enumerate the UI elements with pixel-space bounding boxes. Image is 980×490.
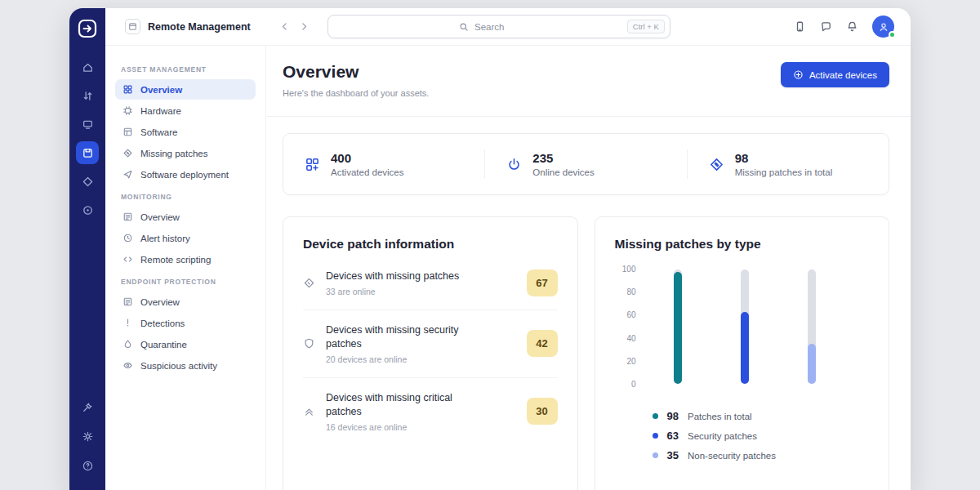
stat-activated-devices: 400 Activated devices — [283, 149, 484, 179]
alert-history-icon — [122, 233, 133, 243]
patch-diamond-icon — [709, 157, 724, 172]
patch-count-badge: 42 — [527, 330, 558, 357]
transfer-icon[interactable] — [76, 84, 99, 107]
sidebar-item-software[interactable]: Software — [115, 122, 256, 142]
sidebar-item-suspicious-activity[interactable]: Suspicious activity — [115, 355, 256, 376]
legend-dot — [653, 433, 658, 439]
patch-item-text: Devices with missing security patches 20… — [326, 323, 516, 364]
sidebar-item-remote-scripting[interactable]: Remote scripting — [115, 249, 256, 270]
page-title: Overview — [283, 62, 429, 82]
app-window: Remote Management Search Ctrl + K — [69, 8, 911, 490]
legend-row-security: 63 Security patches — [653, 430, 870, 442]
rail-nav — [76, 56, 99, 221]
package-icon — [122, 127, 133, 137]
sidebar-item-label: Overview — [140, 297, 180, 307]
bar-chart: 100806040200 — [615, 270, 870, 389]
patch-item-subtitle: 16 devices are online — [326, 422, 511, 432]
detections-icon — [122, 318, 133, 328]
bar-track-0 — [674, 270, 682, 384]
content-row: ASSET MANAGEMENT Overview Hardware Softw… — [105, 46, 911, 490]
sidebar: ASSET MANAGEMENT Overview Hardware Softw… — [105, 46, 266, 490]
y-tick: 60 — [626, 310, 635, 319]
app-logo — [77, 18, 98, 39]
bell-icon[interactable] — [846, 20, 858, 33]
sidebar-item-label: Detections — [140, 318, 185, 328]
cards-row: Device patch information Devices with mi… — [283, 216, 889, 490]
patch-sticker-icon — [303, 277, 315, 289]
y-tick: 20 — [626, 357, 635, 366]
bar-chart-plot — [674, 270, 816, 384]
sidebar-item-label: Software — [140, 127, 177, 137]
grid-icon — [122, 84, 133, 95]
bar-1 — [741, 312, 749, 384]
search-placeholder: Search — [474, 22, 504, 32]
sidebar-item-software-deployment[interactable]: Software deployment — [115, 164, 256, 185]
tag-icon[interactable] — [76, 170, 99, 193]
patch-item-subtitle: 33 are online — [326, 287, 511, 296]
home-icon[interactable] — [76, 56, 99, 78]
legend-value: 63 — [667, 430, 679, 442]
legend-value: 98 — [667, 410, 679, 422]
chart-y-axis: 100806040200 — [615, 265, 636, 389]
activate-devices-button[interactable]: Activate devices — [781, 62, 889, 87]
legend-dot — [653, 413, 658, 419]
plus-circle-icon — [793, 69, 804, 80]
back-icon[interactable] — [275, 17, 295, 37]
sidebar-item-label: Missing patches — [140, 149, 207, 158]
sidebar-item-overview-endpoint[interactable]: Overview — [115, 292, 256, 312]
search-icon — [459, 22, 469, 32]
sidebar-item-overview-monitoring[interactable]: Overview — [115, 207, 256, 227]
devices-icon[interactable] — [76, 141, 99, 164]
header-text: Overview Here's the dashboard of your as… — [283, 62, 429, 98]
stat-value: 235 — [532, 151, 594, 165]
activate-devices-label: Activate devices — [809, 70, 877, 80]
monitor-icon[interactable] — [76, 113, 99, 136]
patch-item-title: Devices with missing critical patches — [326, 391, 481, 419]
sidebar-item-quarantine[interactable]: Quarantine — [115, 334, 256, 354]
header-divider — [266, 116, 911, 117]
bar-0 — [674, 272, 682, 384]
legend-label: Patches in total — [688, 412, 752, 421]
chat-icon[interactable] — [820, 20, 832, 33]
online-status-dot — [889, 31, 896, 38]
section-label-monitoring: MONITORING — [121, 193, 250, 201]
sidebar-item-label: Alert history — [140, 234, 190, 243]
search-input[interactable]: Search Ctrl + K — [327, 15, 670, 38]
topbar-actions — [794, 16, 894, 38]
patch-icon — [122, 148, 133, 158]
y-tick: 100 — [622, 265, 636, 274]
patch-count-badge: 30 — [527, 398, 558, 425]
patch-item-critical: Devices with missing critical patches 16… — [303, 378, 558, 445]
sidebar-item-overview-assets[interactable]: Overview — [115, 79, 256, 100]
sidebar-item-alert-history[interactable]: Alert history — [115, 228, 256, 248]
sidebar-item-detections[interactable]: Detections — [115, 313, 256, 333]
patch-item-subtitle: 20 devices are online — [326, 354, 511, 364]
list-icon — [122, 296, 133, 307]
gear-icon[interactable] — [76, 425, 99, 448]
search-placeholder-wrap: Search — [336, 22, 627, 32]
missing-patches-chart-card: Missing patches by type 100806040200 98 … — [595, 216, 890, 490]
patch-item-security: Devices with missing security patches 20… — [303, 310, 558, 378]
patch-item-title: Devices with missing security patches — [326, 323, 481, 351]
tools-icon[interactable] — [76, 395, 99, 418]
quarantine-icon — [122, 339, 133, 350]
device-status-icon[interactable] — [794, 20, 806, 33]
sidebar-item-label: Quarantine — [140, 340, 187, 350]
sidebar-item-label: Remote scripting — [140, 255, 211, 265]
stat-text: 235 Online devices — [532, 151, 594, 177]
app-window-icon — [125, 19, 140, 34]
device-patch-info-card: Device patch information Devices with mi… — [283, 216, 578, 490]
target-icon[interactable] — [76, 198, 99, 221]
stat-label: Activated devices — [331, 167, 404, 177]
stat-missing-patches: 98 Missing patches in total — [687, 149, 889, 179]
chart-legend: 98 Patches in total 63 Security patches … — [653, 410, 870, 461]
rail-bottom — [76, 395, 99, 477]
section-label-asset-management: ASSET MANAGEMENT — [121, 65, 250, 74]
forward-icon[interactable] — [295, 17, 314, 37]
stat-text: 400 Activated devices — [331, 151, 404, 177]
sidebar-item-hardware[interactable]: Hardware — [115, 100, 256, 121]
help-icon[interactable] — [76, 454, 99, 477]
avatar[interactable] — [872, 16, 894, 38]
sidebar-item-missing-patches[interactable]: Missing patches — [115, 143, 256, 163]
code-icon — [122, 254, 133, 265]
